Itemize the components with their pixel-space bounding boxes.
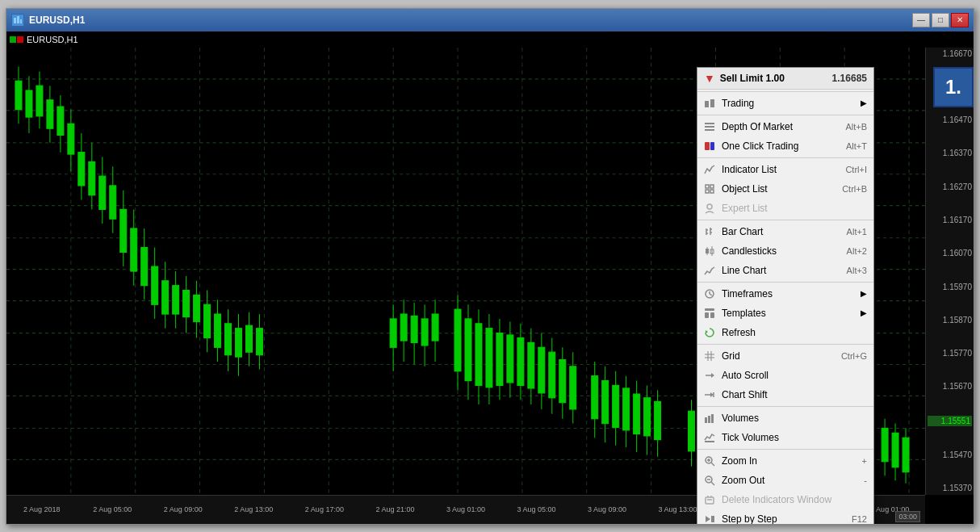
svg-rect-161 [705, 308, 714, 311]
svg-rect-73 [236, 328, 242, 356]
price-5: 1.16270 [928, 182, 972, 191]
volumes-icon [702, 412, 717, 425]
ctx-item-zoom-out[interactable]: Zoom Out - [697, 471, 873, 490]
svg-rect-115 [602, 380, 609, 423]
ctx-label-zoom-in: Zoom In [722, 455, 856, 467]
ctx-shortcut-candlesticks: Alt+2 [847, 246, 867, 256]
ctx-item-object-list[interactable]: Object List Ctrl+B [697, 179, 873, 199]
svg-rect-79 [390, 318, 396, 346]
ctx-item-trading[interactable]: Trading ▶ [697, 94, 873, 113]
svg-rect-143 [706, 185, 709, 188]
svg-rect-47 [99, 176, 106, 209]
price-6: 1.16170 [928, 216, 972, 224]
svg-rect-103 [528, 342, 534, 388]
ctx-item-auto-scroll[interactable]: Auto Scroll [697, 366, 873, 385]
svg-rect-131 [882, 428, 888, 461]
ctx-item-one-click-trading[interactable]: One Click Trading Alt+T [697, 136, 873, 156]
svg-rect-121 [634, 394, 640, 434]
svg-rect-139 [705, 126, 714, 128]
window-icon [11, 14, 24, 27]
ctx-item-indicator-list[interactable]: Indicator List Ctrl+I [697, 160, 873, 179]
zoom-in-icon [702, 455, 717, 467]
ctx-item-step-by-step[interactable]: Step by Step F12 [697, 509, 873, 524]
ctx-label-step-by-step: Step by Step [722, 513, 845, 524]
svg-rect-93 [475, 323, 482, 385]
badge-label: 1. [945, 76, 961, 98]
sell-limit-item[interactable]: ▼ Sell Limit 1.00 1.16685 [697, 68, 873, 90]
separator-3 [697, 282, 873, 283]
ctx-label-timeframes: Timeframes [722, 288, 857, 300]
ctx-item-volumes[interactable]: Volumes [697, 408, 873, 428]
separator-after-trading [697, 115, 873, 115]
window-title: EURUSD,H1 [29, 15, 912, 26]
ctx-item-templates[interactable]: Templates ▶ [697, 304, 873, 323]
svg-rect-87 [432, 314, 438, 341]
chart-symbol-label: EURUSD,H1 [27, 35, 78, 44]
svg-rect-176 [711, 414, 714, 423]
svg-rect-95 [486, 328, 492, 387]
autoscroll-icon [702, 369, 717, 382]
svg-rect-33 [26, 90, 32, 117]
svg-rect-1 [17, 16, 19, 23]
svg-rect-133 [892, 433, 898, 467]
close-button[interactable]: ✕ [951, 13, 969, 27]
time-8: 3 Aug 05:00 [501, 505, 572, 513]
svg-rect-136 [705, 101, 709, 107]
ctx-item-tick-volumes[interactable]: Tick Volumes [697, 428, 873, 447]
svg-line-179 [711, 463, 714, 466]
ctx-item-bar-chart[interactable]: Bar Chart Alt+1 [697, 222, 873, 241]
svg-rect-138 [705, 123, 714, 124]
chart-label: EURUSD,H1 [10, 35, 78, 44]
ctx-label-refresh: Refresh [722, 327, 867, 338]
svg-rect-135 [903, 438, 909, 471]
svg-rect-81 [400, 314, 407, 341]
templates-submenu-arrow: ▶ [861, 308, 867, 317]
ctx-item-timeframes[interactable]: Timeframes ▶ [697, 284, 873, 304]
line-chart-icon [702, 264, 717, 277]
svg-rect-175 [708, 416, 710, 423]
maximize-button[interactable]: □ [932, 13, 949, 27]
svg-point-147 [707, 204, 712, 209]
indicator-icon [702, 163, 717, 176]
svg-rect-97 [496, 333, 503, 385]
ctx-item-grid[interactable]: Grid Ctrl+G [697, 346, 873, 366]
ctx-label-trading: Trading [722, 98, 857, 109]
ctx-item-candlesticks[interactable]: Candlesticks Alt+2 [697, 241, 873, 261]
main-window: EURUSD,H1 — □ ✕ EURUSD,H1 [6, 8, 974, 525]
sell-limit-price: 1.16685 [832, 73, 867, 84]
ctx-item-depth-of-market[interactable]: Depth Of Market Alt+B [697, 117, 873, 136]
ctx-label-dom: Depth Of Market [722, 121, 839, 132]
svg-rect-71 [225, 323, 232, 354]
ctx-label-zoom-out: Zoom Out [722, 475, 857, 486]
price-10: 1.15770 [928, 349, 972, 358]
ctx-shortcut-oneclick: Alt+T [846, 141, 867, 151]
ctx-label-delete-indicators: Delete Indicators Window [722, 494, 867, 505]
ctx-item-refresh[interactable]: Refresh [697, 323, 873, 342]
svg-rect-174 [705, 417, 707, 423]
price-1: 1.16670 [928, 49, 972, 58]
separator-0 [697, 91, 873, 92]
timestamp-badge-1: 03:00 [895, 511, 920, 522]
minimize-button[interactable]: — [912, 13, 930, 27]
time-6: 2 Aug 21:00 [360, 505, 431, 513]
svg-rect-163 [710, 312, 714, 318]
ctx-item-zoom-in[interactable]: Zoom In + [697, 451, 873, 471]
price-4: 1.16370 [928, 149, 972, 157]
svg-rect-59 [162, 280, 169, 313]
time-7: 3 Aug 01:00 [430, 505, 501, 513]
svg-line-183 [711, 482, 714, 485]
svg-rect-123 [644, 397, 651, 435]
time-1: 2 Aug 2018 [6, 505, 77, 513]
svg-rect-35 [36, 86, 43, 116]
ctx-item-delete-indicators: Delete Indicators Window [697, 490, 873, 509]
svg-rect-83 [411, 316, 417, 342]
separator-4 [697, 344, 873, 345]
ctx-item-chart-shift[interactable]: Chart Shift [697, 385, 873, 404]
ctx-label-line-chart: Line Chart [722, 265, 840, 276]
ctx-item-line-chart[interactable]: Line Chart Alt+3 [697, 261, 873, 280]
svg-rect-63 [183, 290, 190, 316]
price-9: 1.15870 [928, 316, 972, 325]
time-4: 2 Aug 13:00 [219, 505, 290, 513]
ctx-shortcut-line: Alt+3 [847, 266, 867, 275]
ctx-label-candlesticks: Candlesticks [722, 245, 840, 257]
